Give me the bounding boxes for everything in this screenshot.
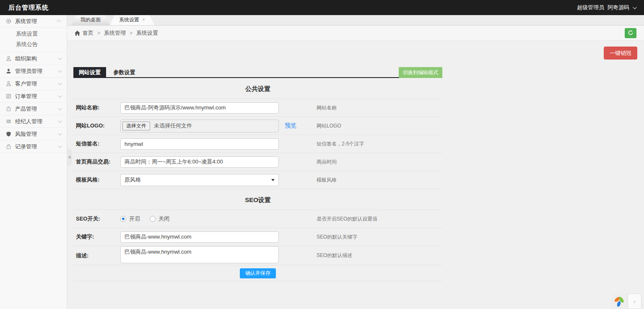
- order-icon: [6, 93, 11, 99]
- field-label: 网站名称:: [73, 104, 120, 112]
- sidebar-item-customer-management[interactable]: 客户管理: [0, 78, 67, 90]
- tab-label: 我的桌面: [80, 17, 101, 23]
- main-area: 我的桌面 系统设置× 首页 > 系统管理 > 系统设置 一键销毁 网站设置 参数…: [67, 15, 644, 309]
- chevron-down-icon: [58, 119, 62, 123]
- site-name-input[interactable]: [120, 102, 279, 114]
- chevron-down-icon: [633, 5, 637, 9]
- field-label: 短信签名:: [73, 140, 120, 148]
- window-tabbar: 我的桌面 系统设置×: [67, 15, 644, 26]
- field-label: 首页商品交易:: [73, 158, 120, 166]
- confirm-save-button[interactable]: 确认并保存: [240, 268, 276, 278]
- form-tab-param-settings[interactable]: 参数设置: [108, 67, 140, 78]
- breadcrumb: 首页 > 系统管理 > 系统设置: [67, 26, 644, 41]
- sidebar-item-label: 产品管理: [15, 105, 58, 113]
- breadcrumb-separator: >: [97, 30, 100, 36]
- chevron-down-icon: [58, 81, 62, 85]
- chevron-down-icon: [58, 93, 62, 98]
- form-row-seo-switch: SEO开关: 开启 关闭 是否开启SEO的默认设置值: [73, 210, 442, 228]
- breadcrumb-system-settings[interactable]: 系统设置: [136, 29, 158, 37]
- one-key-destroy-button[interactable]: 一键销毁: [604, 47, 637, 60]
- tab-my-desktop[interactable]: 我的桌面: [71, 15, 110, 25]
- sidebar-item-label: 客户管理: [15, 80, 58, 88]
- sidebar: 系统管理 系统设置 系统公告 组织架构 管理员管理: [0, 15, 67, 309]
- chevron-down-icon: [58, 56, 62, 60]
- form-tabbar: 网站设置 参数设置 切换到编辑模式: [73, 67, 442, 78]
- refresh-icon: [628, 30, 634, 37]
- sidebar-group-system: 系统管理 系统设置 系统公告: [0, 15, 67, 52]
- chevron-right-icon: ›: [634, 298, 636, 305]
- home-icon: [75, 31, 80, 36]
- tab-label: 系统设置: [119, 17, 139, 23]
- chevron-down-icon: [58, 131, 62, 135]
- breadcrumb-separator: >: [130, 30, 132, 36]
- broker-icon: [6, 119, 11, 124]
- field-label: 关键字:: [73, 233, 120, 241]
- chevron-down-icon: [58, 106, 62, 110]
- sidebar-item-admin-management[interactable]: 管理员管理: [0, 65, 67, 77]
- refresh-button[interactable]: [625, 28, 636, 38]
- sidebar-group: 经纪人管理: [0, 115, 67, 128]
- sidebar-item-system-notice[interactable]: 系统公告: [0, 39, 67, 49]
- sidebar-collapse-handle[interactable]: [67, 148, 72, 167]
- switch-edit-mode-button[interactable]: 切换到编辑模式: [399, 67, 442, 78]
- sidebar-item-record-management[interactable]: 记录管理: [0, 140, 67, 153]
- close-icon[interactable]: ×: [142, 17, 145, 23]
- form-row-description: 描述: 巴顿商品-www.hnymwl.com SEO的默认描述: [73, 246, 442, 265]
- field-hint: 短信签名，2-5个汉字: [317, 140, 364, 148]
- keywords-input[interactable]: [120, 231, 279, 243]
- field-hint: 商品时间: [317, 158, 337, 166]
- sidebar-group: 组织架构: [0, 52, 67, 65]
- breadcrumb-home[interactable]: 首页: [83, 29, 93, 37]
- form-row-home-trade: 首页商品交易: 商品时间: [73, 153, 442, 171]
- settings-form: 网站设置 参数设置 切换到编辑模式 公共设置 网站名称: 网站名称 网站LOGO…: [73, 67, 442, 281]
- field-hint: SEO的默认关键字: [317, 234, 357, 241]
- tab-system-settings[interactable]: 系统设置×: [110, 15, 154, 25]
- sidebar-item-system-settings[interactable]: 系统设置: [0, 29, 67, 39]
- field-hint: 网站名称: [317, 104, 337, 112]
- sidebar-item-label: 记录管理: [15, 143, 58, 151]
- admin-icon: [6, 68, 11, 74]
- preview-link[interactable]: 预览: [285, 122, 296, 130]
- sidebar-group: 记录管理: [0, 140, 67, 153]
- section-title-seo: SEO设置: [73, 189, 442, 210]
- sidebar-item-product-management[interactable]: 产品管理: [0, 103, 67, 115]
- sms-sign-input[interactable]: [120, 138, 279, 150]
- form-row-site-name: 网站名称: 网站名称: [73, 99, 442, 117]
- gear-icon: [6, 18, 11, 24]
- field-label: 描述:: [73, 252, 120, 260]
- field-label: 模板风格:: [73, 176, 120, 184]
- sidebar-item-label: 组织架构: [15, 55, 58, 62]
- field-hint: 网站LOGO: [317, 122, 341, 130]
- radio-off-label: 关闭: [158, 215, 169, 223]
- sidebar-item-order-management[interactable]: 订单管理: [0, 90, 67, 102]
- breadcrumb-system-management[interactable]: 系统管理: [104, 29, 126, 37]
- home-trade-input[interactable]: [120, 156, 279, 168]
- logo-file-input[interactable]: 选择文件 未选择任何文件: [120, 119, 279, 132]
- form-tab-site-settings[interactable]: 网站设置: [73, 67, 106, 78]
- form-row-site-logo: 网站LOGO: 选择文件 未选择任何文件 预览 网站LOGO: [73, 117, 442, 135]
- sidebar-group: 风险管理: [0, 128, 67, 140]
- description-textarea[interactable]: 巴顿商品-www.hnymwl.com: [120, 246, 279, 263]
- user-name: 阿奇源码: [608, 4, 629, 11]
- collapse-arrow-icon: [68, 156, 70, 159]
- field-label: SEO开关:: [73, 215, 120, 223]
- section-title-common: 公共设置: [73, 78, 442, 99]
- radio-off[interactable]: [150, 216, 156, 222]
- select-arrow-icon: [271, 179, 275, 181]
- sidebar-item-organization[interactable]: 组织架构: [0, 52, 67, 65]
- chevron-right-button[interactable]: ›: [628, 293, 641, 309]
- sidebar-item-broker-management[interactable]: 经纪人管理: [0, 115, 67, 127]
- field-hint: 模板风格: [317, 177, 337, 184]
- template-style-select[interactable]: 原风格: [120, 174, 279, 186]
- pinwheel-logo-icon[interactable]: [611, 293, 628, 309]
- seo-switch-radio-group: 开启 关闭: [120, 215, 279, 223]
- field-hint: 是否开启SEO的默认设置值: [317, 216, 377, 223]
- sidebar-group: 订单管理: [0, 90, 67, 103]
- org-icon: [6, 56, 11, 61]
- sidebar-item-system-management[interactable]: 系统管理: [0, 15, 67, 27]
- user-menu[interactable]: 超级管理员 阿奇源码: [577, 4, 636, 11]
- choose-file-button[interactable]: 选择文件: [122, 122, 150, 130]
- radio-on[interactable]: [120, 216, 126, 222]
- sidebar-item-risk-management[interactable]: 风险管理: [0, 128, 67, 140]
- sidebar-item-label: 风险管理: [15, 130, 58, 138]
